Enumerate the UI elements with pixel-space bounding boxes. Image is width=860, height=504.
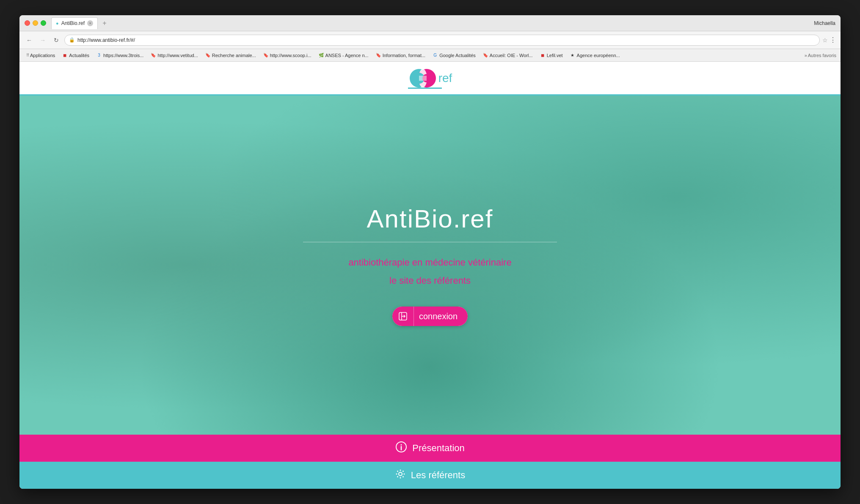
new-tab-button[interactable]: + [99, 18, 110, 28]
svg-rect-6 [408, 88, 442, 89]
more-bookmarks[interactable]: » Autres favoris [805, 53, 836, 58]
back-button[interactable]: ← [24, 35, 35, 46]
traffic-lights [25, 20, 46, 26]
bookmark-agence[interactable]: ★ Agence européenn... [567, 52, 623, 59]
nav-bar: ← → ↻ 🔒 http://www.antibio-ref.fr/#/ ☆ ⋮ [19, 31, 841, 49]
bookmark-3trois[interactable]: 3 https://www.3trois... [94, 52, 146, 59]
lock-icon: 🔒 [69, 37, 75, 43]
more-chevron-icon: » [805, 53, 807, 58]
menu-button[interactable]: ⋮ [830, 36, 836, 44]
url-text: http://www.antibio-ref.fr/#/ [77, 37, 815, 43]
referents-icon [395, 468, 406, 482]
svg-point-21 [397, 476, 398, 477]
bookmark-scoop[interactable]: 🔖 http://www.scoop.i... [260, 52, 314, 59]
browser-window: ● AntiBio.ref × + Michaella ← → ↻ 🔒 http… [19, 15, 841, 489]
svg-point-13 [399, 472, 402, 476]
svg-point-20 [402, 471, 404, 472]
title-bar: ● AntiBio.ref × + Michaella [19, 15, 841, 31]
favicon-actualites: ◼ [62, 52, 68, 58]
site-header: ref [19, 62, 841, 96]
login-icon [398, 312, 408, 321]
info-circle-icon [395, 441, 407, 453]
tab-area: ● AntiBio.ref × + [51, 17, 814, 29]
hero-section: AntiBio.ref antibiothérapie en médecine … [19, 96, 841, 435]
gear-icon [395, 468, 406, 479]
svg-point-11 [401, 444, 402, 446]
bookmark-google-actualites[interactable]: G Google Actualités [430, 52, 478, 59]
logo-icon [408, 66, 438, 90]
minimize-button[interactable] [33, 20, 38, 26]
favicon-google: G [432, 52, 438, 58]
applications-label: Applications [30, 53, 55, 58]
favicon-3trois: 3 [96, 52, 102, 58]
svg-point-16 [396, 474, 397, 475]
presentation-section[interactable]: Présentation [19, 435, 841, 462]
connexion-icon [392, 307, 413, 326]
connexion-button[interactable]: connexion [392, 307, 468, 326]
nav-actions: ☆ ⋮ [822, 36, 836, 44]
tab-title: AntiBio.ref [61, 20, 85, 26]
svg-point-19 [402, 476, 404, 477]
tab-close-button[interactable]: × [87, 20, 93, 26]
favicon-anses: 🌿 [318, 52, 324, 58]
svg-point-15 [400, 477, 401, 479]
logo-ref-text: ref [438, 71, 452, 85]
referents-label: Les référents [411, 470, 465, 481]
bookmark-vetitud[interactable]: 🔖 http://www.vetitud... [148, 52, 200, 59]
presentation-icon [395, 441, 407, 455]
connexion-text: connexion [413, 307, 468, 326]
hero-content: AntiBio.ref antibiothérapie en médecine … [19, 204, 841, 326]
referents-section[interactable]: Les référents [19, 462, 841, 489]
favicon-scoop: 🔖 [263, 52, 269, 58]
bookmark-button[interactable]: ☆ [822, 37, 828, 44]
favicon-vetitud: 🔖 [150, 52, 156, 58]
logo-container: ref [408, 66, 452, 90]
hero-subtitle-line1: antibiothérapie en médecine vétérinaire [19, 255, 841, 270]
bookmark-recherche[interactable]: 🔖 Recherche animale... [202, 52, 259, 59]
svg-point-14 [400, 470, 401, 471]
apps-grid-icon: ⠿ [26, 53, 29, 58]
svg-point-17 [403, 474, 405, 475]
forward-button[interactable]: → [37, 35, 48, 46]
address-bar[interactable]: 🔒 http://www.antibio-ref.fr/#/ [64, 35, 820, 46]
bookmarks-bar: ⠿ Applications ◼ Actualités 3 https://ww… [19, 49, 841, 62]
favicon-lefil: ◼ [540, 52, 546, 58]
bookmark-applications[interactable]: ⠿ Applications [24, 52, 58, 59]
close-button[interactable] [25, 20, 30, 26]
bookmark-information[interactable]: 🔖 Information, format... [373, 52, 428, 59]
user-name: Michaella [814, 20, 835, 26]
presentation-label: Présentation [412, 443, 465, 454]
reload-button[interactable]: ↻ [51, 35, 62, 46]
bookmark-oie[interactable]: 🔖 Accueil: OIE - Worl... [480, 52, 535, 59]
favicon-information: 🔖 [375, 52, 381, 58]
favicon-agence: ★ [570, 52, 576, 58]
hero-divider [303, 242, 557, 242]
svg-point-18 [397, 471, 398, 472]
maximize-button[interactable] [41, 20, 46, 26]
logo-underline [408, 88, 442, 89]
favicon-oie: 🔖 [482, 52, 488, 58]
content-area: ref AntiBio.ref antibiothérapie en médec… [19, 62, 841, 489]
bottom-sections: Présentation [19, 435, 841, 489]
svg-rect-5 [419, 76, 427, 81]
bookmark-lefil[interactable]: ◼ Lefil.vet [537, 52, 565, 59]
active-tab[interactable]: ● AntiBio.ref × [51, 17, 98, 29]
hero-title: AntiBio.ref [19, 204, 841, 233]
favicon-recherche: 🔖 [205, 52, 211, 58]
more-bookmarks-label: Autres favoris [808, 53, 836, 58]
bookmark-actualites[interactable]: ◼ Actualités [59, 52, 92, 59]
bookmark-anses[interactable]: 🌿 ANSES - Agence n... [316, 52, 371, 59]
hero-subtitle-line2: le site des référents [19, 273, 841, 288]
